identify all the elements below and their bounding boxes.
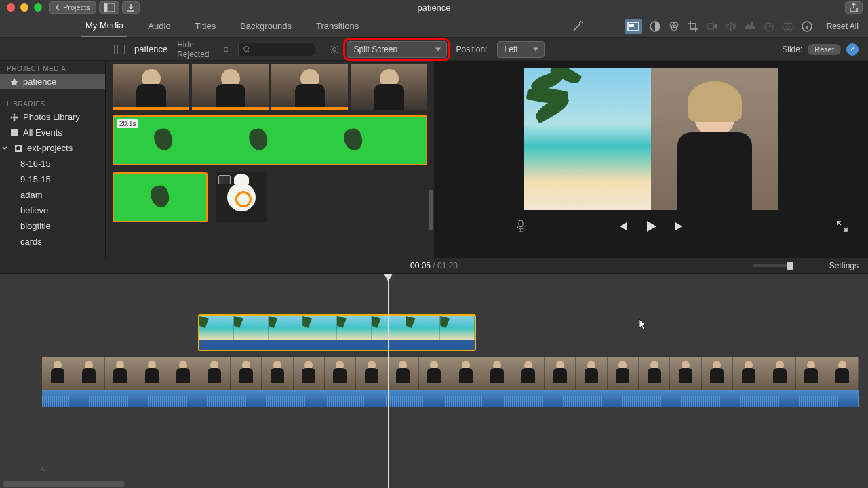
project-media-header: PROJECT MEDIA <box>0 61 105 74</box>
mouse-cursor <box>639 319 648 331</box>
main-toolbar: My Media Audio Titles Backgrounds Transi… <box>0 15 868 38</box>
clip-green-small[interactable] <box>113 172 208 222</box>
prev-button[interactable] <box>616 221 628 232</box>
tab-my-media[interactable]: My Media <box>81 15 127 37</box>
color-balance-icon[interactable] <box>649 20 661 33</box>
zoom-handle[interactable] <box>787 262 793 270</box>
back-label: Projects <box>63 3 90 12</box>
viewer-panel <box>434 61 868 258</box>
main-clip-woman[interactable] <box>42 357 859 407</box>
sidebar-item-1[interactable]: 9-15-15 <box>0 171 105 187</box>
timeline-header: 00:05 / 01:20 Settings <box>0 258 868 274</box>
viewer-right-split <box>651 68 778 210</box>
star-icon <box>9 128 19 138</box>
minimize-window-button[interactable] <box>20 3 28 12</box>
tab-transitions[interactable]: Transitions <box>312 16 363 37</box>
viewer-canvas[interactable] <box>524 68 778 210</box>
tab-audio[interactable]: Audio <box>144 16 174 37</box>
svg-rect-23 <box>11 129 18 136</box>
sidebar-item-4[interactable]: blogtitle <box>0 218 105 234</box>
reset-button[interactable]: Reset <box>808 44 841 55</box>
secondary-bar: patience Hide Rejected Split Screen Posi… <box>0 38 868 61</box>
noise-reduction-icon[interactable] <box>744 20 756 33</box>
svg-rect-8 <box>707 24 714 29</box>
sidebar-ext-projects[interactable]: ext-projects <box>0 140 105 156</box>
stabilization-icon[interactable] <box>706 20 718 33</box>
search-icon <box>243 45 251 54</box>
back-to-projects-button[interactable]: Projects <box>49 1 96 14</box>
clip-filter-icon[interactable] <box>782 20 794 33</box>
sidebar-photos-library[interactable]: Photos Library <box>0 109 105 125</box>
media-browser: 20.1s <box>106 61 434 258</box>
fullscreen-icon[interactable] <box>837 221 848 232</box>
photo-badge-icon <box>218 175 231 184</box>
maximize-window-button[interactable] <box>34 3 42 12</box>
overlay-clip-beach[interactable] <box>198 314 476 351</box>
color-correction-icon[interactable] <box>668 20 680 33</box>
svg-point-10 <box>783 23 789 30</box>
clip-bb8-photo[interactable] <box>216 172 267 222</box>
sidebar-item-0[interactable]: 8-16-15 <box>0 156 105 171</box>
clip-woman-strip[interactable] <box>113 64 427 110</box>
browser-scrollbar[interactable] <box>429 190 433 230</box>
library-view-button[interactable] <box>99 1 119 14</box>
current-time: 00:05 <box>410 261 431 270</box>
apply-button[interactable]: ✓ <box>846 43 859 56</box>
svg-point-18 <box>13 116 16 119</box>
play-button[interactable] <box>644 220 658 233</box>
viewer-left-split <box>524 68 651 210</box>
speed-icon[interactable] <box>763 20 775 33</box>
zoom-slider[interactable] <box>753 264 793 267</box>
clip-duration-badge: 20.1s <box>117 119 138 128</box>
sidebar-item-5[interactable]: cards <box>0 234 105 249</box>
hide-rejected-dropdown[interactable]: Hide Rejected <box>177 40 229 59</box>
share-button[interactable] <box>845 1 863 14</box>
enhance-icon[interactable] <box>572 20 584 33</box>
clip-green-bird[interactable]: 20.1s <box>113 115 427 165</box>
playback-controls <box>434 220 868 233</box>
close-window-button[interactable] <box>7 3 15 12</box>
svg-point-15 <box>243 46 248 51</box>
svg-point-22 <box>16 116 18 118</box>
sidebar-project-patience[interactable]: patience <box>0 74 105 89</box>
sidebar-item-2[interactable]: adam <box>0 187 105 203</box>
disclosure-icon <box>0 144 9 153</box>
svg-point-19 <box>14 113 16 115</box>
sidebar: PROJECT MEDIA patience LIBRARIES Photos … <box>0 61 106 258</box>
info-icon[interactable] <box>801 20 813 33</box>
sidebar-all-events[interactable]: All Events <box>0 125 105 140</box>
next-button[interactable] <box>674 221 686 232</box>
position-dropdown[interactable]: Left <box>497 41 545 58</box>
tab-titles[interactable]: Titles <box>191 16 220 37</box>
voiceover-icon[interactable] <box>515 220 526 233</box>
window-titlebar: Projects patience <box>0 0 868 15</box>
crop-icon[interactable] <box>687 20 699 33</box>
libraries-header: LIBRARIES <box>0 96 105 109</box>
import-button[interactable] <box>122 1 140 14</box>
traffic-lights <box>0 3 42 12</box>
svg-rect-1 <box>108 3 115 12</box>
svg-point-20 <box>14 119 16 121</box>
playhead[interactable] <box>388 274 389 488</box>
reset-all-button[interactable]: Reset All <box>827 22 859 31</box>
overlay-mode-dropdown[interactable]: Split Screen <box>347 41 447 58</box>
svg-point-11 <box>787 23 793 30</box>
svg-point-21 <box>11 116 13 118</box>
position-label: Position: <box>456 45 488 54</box>
svg-rect-0 <box>104 3 107 12</box>
search-input[interactable] <box>238 43 315 56</box>
overlay-settings-icon[interactable] <box>625 19 642 34</box>
timeline-scrollbar[interactable] <box>3 481 125 487</box>
svg-rect-3 <box>629 24 634 27</box>
svg-line-16 <box>248 51 250 53</box>
svg-point-17 <box>332 47 336 51</box>
music-track-icon[interactable]: ♫ <box>39 462 47 473</box>
clip-appearance-button[interactable] <box>114 45 125 54</box>
sidebar-item-3[interactable]: believe <box>0 203 105 218</box>
tab-backgrounds[interactable]: Backgrounds <box>236 16 296 37</box>
browser-title: patience <box>134 44 167 54</box>
volume-icon[interactable] <box>725 20 737 33</box>
timeline[interactable]: ♫ <box>0 274 868 488</box>
timeline-settings-button[interactable]: Settings <box>829 261 859 270</box>
browser-settings-icon[interactable] <box>329 44 340 55</box>
